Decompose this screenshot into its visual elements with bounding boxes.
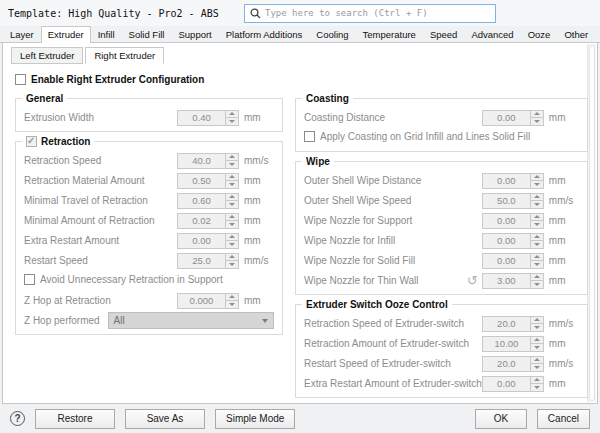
spinner-down-icon[interactable] [226,161,238,168]
spinner-up-icon[interactable] [226,234,238,242]
tab-extruder[interactable]: Extruder [41,26,91,43]
spinner-up-icon[interactable] [226,294,238,302]
spinner-down-icon[interactable] [531,281,543,288]
spinner-down-icon[interactable] [226,118,238,125]
spinner-up-icon[interactable] [531,194,543,202]
avoid-unnecessary-retraction-checkbox[interactable] [24,274,35,285]
scrollbar-thumb[interactable] [589,45,595,401]
spinner-down-icon[interactable] [531,221,543,228]
extrusion-width-input[interactable]: 0.40 [177,110,239,126]
spinner-buttons[interactable] [225,154,238,168]
help-icon[interactable]: ? [10,411,25,426]
retraction-amount-extruder-switch-input[interactable]: 10.00 [482,336,544,352]
tab-speed[interactable]: Speed [423,26,464,42]
spinner-buttons[interactable] [530,317,543,331]
wipe-nozzle-support-input[interactable]: 0.00 [482,213,544,229]
outer-shell-wipe-distance-input[interactable]: 0.00 [482,173,544,189]
cancel-button[interactable]: Cancel [537,409,590,429]
apply-coasting-checkbox[interactable] [304,131,315,142]
spinner-up-icon[interactable] [226,214,238,222]
spinner-buttons[interactable] [530,194,543,208]
spinner-down-icon[interactable] [531,201,543,208]
wipe-nozzle-infill-input[interactable]: 0.00 [482,233,544,249]
tab-special[interactable]: Special [595,26,600,42]
spinner-buttons[interactable] [225,254,238,268]
spinner-up-icon[interactable] [226,194,238,202]
retraction-group-checkbox[interactable] [26,136,37,147]
spinner-down-icon[interactable] [226,181,238,188]
search-input[interactable] [265,8,490,18]
spinner-up-icon[interactable] [531,234,543,242]
wipe-nozzle-solid-fill-input[interactable]: 0.00 [482,253,544,269]
minimal-travel-of-retraction-input[interactable]: 0.60 [177,193,239,209]
spinner-buttons[interactable] [225,214,238,228]
reset-icon[interactable]: ↺ [467,274,478,287]
spinner-up-icon[interactable] [531,254,543,262]
save-as-button[interactable]: Save As [125,409,205,429]
spinner-down-icon[interactable] [531,261,543,268]
spinner-down-icon[interactable] [226,201,238,208]
coasting-distance-input[interactable]: 0.00 [482,110,544,126]
extra-restart-amount-extruder-switch-input[interactable]: 0.00 [482,376,544,392]
subtab-right-extruder[interactable]: Right Extruder [85,47,164,64]
tab-cooling[interactable]: Cooling [309,26,355,42]
spinner-buttons[interactable] [530,254,543,268]
vertical-scrollbar[interactable] [587,44,596,402]
spinner-buttons[interactable] [530,274,543,288]
spinner-buttons[interactable] [530,377,543,391]
spinner-buttons[interactable] [530,174,543,188]
spinner-down-icon[interactable] [226,241,238,248]
spinner-up-icon[interactable] [226,254,238,262]
z-hop-performed-select[interactable]: All [108,312,274,329]
restore-button[interactable]: Restore [35,409,115,429]
tab-advanced[interactable]: Advanced [464,26,520,42]
spinner-down-icon[interactable] [226,221,238,228]
spinner-up-icon[interactable] [531,111,543,119]
spinner-up-icon[interactable] [531,274,543,282]
retraction-material-amount-input[interactable]: 0.50 [177,173,239,189]
tab-other[interactable]: Other [557,26,595,42]
spinner-buttons[interactable] [530,214,543,228]
spinner-down-icon[interactable] [226,301,238,308]
tab-layer[interactable]: Layer [3,26,41,42]
wipe-nozzle-thin-wall-input[interactable]: 3.00 [482,273,544,289]
spinner-down-icon[interactable] [531,241,543,248]
spinner-up-icon[interactable] [531,317,543,325]
spinner-down-icon[interactable] [531,384,543,391]
tab-platform-additions[interactable]: Platform Additions [219,26,310,42]
spinner-up-icon[interactable] [531,377,543,385]
restart-speed-input[interactable]: 25.0 [177,253,239,269]
spinner-buttons[interactable] [225,111,238,125]
spinner-buttons[interactable] [530,357,543,371]
spinner-up-icon[interactable] [531,214,543,222]
spinner-buttons[interactable] [225,234,238,248]
spinner-down-icon[interactable] [531,324,543,331]
spinner-up-icon[interactable] [531,337,543,345]
spinner-down-icon[interactable] [531,344,543,351]
spinner-up-icon[interactable] [226,111,238,119]
restart-speed-extruder-switch-input[interactable]: 20.0 [482,356,544,372]
subtab-left-extruder[interactable]: Left Extruder [11,47,83,64]
spinner-buttons[interactable] [530,234,543,248]
tab-ooze[interactable]: Ooze [521,26,558,42]
spinner-down-icon[interactable] [226,261,238,268]
tab-temperature[interactable]: Temperature [356,26,423,42]
tab-infill[interactable]: Infill [91,26,122,42]
spinner-buttons[interactable] [225,294,238,308]
extra-restart-amount-input[interactable]: 0.00 [177,233,239,249]
spinner-down-icon[interactable] [531,118,543,125]
ok-button[interactable]: OK [475,409,527,429]
spinner-down-icon[interactable] [531,364,543,371]
spinner-down-icon[interactable] [531,181,543,188]
spinner-buttons[interactable] [530,111,543,125]
spinner-up-icon[interactable] [531,357,543,365]
spinner-buttons[interactable] [225,174,238,188]
spinner-up-icon[interactable] [531,174,543,182]
spinner-up-icon[interactable] [226,174,238,182]
spinner-buttons[interactable] [530,337,543,351]
simple-mode-button[interactable]: Simple Mode [215,409,295,429]
enable-right-extruder-checkbox[interactable] [15,74,26,85]
spinner-buttons[interactable] [225,194,238,208]
outer-shell-wipe-speed-input[interactable]: 50.0 [482,193,544,209]
retraction-speed-input[interactable]: 40.0 [177,153,239,169]
